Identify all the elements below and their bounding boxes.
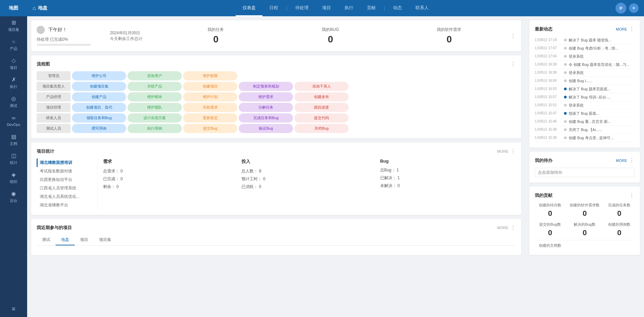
activity-time-4: 1月05日 16:36 [535, 70, 562, 75]
flow-step-dev-3[interactable]: 更新状态 [183, 113, 237, 123]
sidebar-item-org[interactable]: ◈ 组织 [0, 168, 27, 187]
flow-step-pm-1[interactable]: 创建产品 [72, 92, 126, 101]
activity-item-12: 1月05日 15:38 创建 Bug 考点变...蓝神可... [535, 134, 635, 142]
flow-step-admin-3[interactable]: 维护权限 [183, 71, 237, 80]
sidebar-item-product[interactable]: ○ 产品 [0, 35, 27, 54]
flow-step-pg-1[interactable]: 创建项目集 [72, 82, 126, 91]
flow-step-qa-3[interactable]: 提交Bug [183, 124, 237, 133]
sidebar-item-project-group[interactable]: ⊞ 项目集 [0, 16, 27, 35]
stats-project-item-2[interactable]: 兵团更换短信平台 [37, 175, 93, 184]
topnav-tab-contrib[interactable]: 贡献 [360, 0, 383, 16]
todo-menu[interactable]: ⋮ [629, 157, 635, 164]
sidebar-logo[interactable]: 地图 [0, 0, 27, 16]
sidebar-item-project[interactable]: ◇ 项目 [0, 54, 27, 73]
topnav-tab-schedule[interactable]: 日程 [262, 0, 285, 16]
flow-step-pm-5[interactable]: 创建发布 [294, 92, 349, 101]
stats-project-item-0[interactable]: 湖北继教面授培训 [37, 158, 93, 167]
stats-invest-spent: 已消耗： 0 [241, 183, 377, 191]
activity-dot-7 [564, 96, 567, 98]
topnav-brand[interactable]: ⌂ 地盘 [33, 5, 47, 11]
flow-step-pm-3[interactable]: 维护计划 [183, 92, 237, 101]
topnav-tab-project[interactable]: 项目 [315, 0, 338, 16]
activity-item-6: 1月05日 16:03 解决了 Bug 题库页面底... [535, 85, 635, 93]
docs-icon: ▤ [11, 133, 16, 140]
flow-step-dev-5[interactable]: 提交代码 [294, 113, 349, 123]
recent-projects-menu[interactable]: ⋮ [510, 224, 516, 231]
stats-icon: ◫ [11, 152, 16, 159]
project-stats-more[interactable]: MORE ⋮ [497, 148, 516, 154]
flow-step-dev-2[interactable]: 设计实现方案 [128, 113, 182, 123]
flow-step-qa-1[interactable]: 撰写用例 [72, 124, 126, 133]
flow-step-projm-5[interactable]: 跟踪进度 [294, 103, 349, 112]
stats-bug-col: Bug 总Bug： 1 已解决： 1 未解决： [380, 158, 516, 191]
welcome-stats: 我的任务 0 我的BUG 0 我的软件需求 0 [159, 27, 510, 45]
sidebar-menu-button[interactable]: ≡ [0, 301, 27, 317]
activity-text-3: 令 创建 Bug 题库首页优化：随...习... [569, 62, 635, 67]
activity-time-12: 1月05日 15:38 [535, 135, 562, 140]
flow-step-pg-5[interactable]: 添加干系人 [294, 82, 349, 91]
project-stats-card: 项目统计 MORE ⋮ 湖北继教面授培训 考试报名数据对接 [31, 143, 521, 215]
tab-project-group[interactable]: 项目集 [94, 235, 117, 245]
welcome-card-menu[interactable]: ⋮ [510, 33, 516, 39]
sidebar-label-project: 项目 [10, 65, 17, 70]
topnav-tab-activity[interactable]: 动态 [386, 0, 409, 16]
flow-step-admin-2[interactable]: 添加用户 [128, 71, 182, 80]
activity-dot-11 [564, 128, 567, 131]
stats-project-item-5[interactable]: 湖北省继教平台 [37, 201, 93, 209]
sidebar-item-test[interactable]: ◎ 测试 [0, 92, 27, 111]
flow-step-pg-4[interactable]: 制定预算和规划 [239, 82, 293, 91]
flowchart-card: 流程图 ⋮ 管理员 维护公司 添加用户 维护权限 项目集负责人 创建项目集 关联… [31, 55, 521, 138]
flow-step-qa-4[interactable]: 验证Bug [239, 124, 293, 133]
flow-step-pg-3[interactable]: 创建项目 [183, 82, 237, 91]
stats-demand-total: 总需求： 0 [103, 167, 239, 175]
flow-step-dev-4[interactable]: 完成任务和Bug [239, 113, 293, 123]
sidebar-item-devops[interactable]: ∞ DevOps [0, 111, 27, 130]
recent-projects-more[interactable]: MORE ⋮ [497, 224, 516, 231]
flow-step-pm-4[interactable]: 维护需求 [239, 92, 293, 101]
sidebar-item-stats[interactable]: ◫ 统计 [0, 149, 27, 168]
stats-invest-header: 投入 [241, 158, 377, 165]
activity-menu[interactable]: ⋮ [629, 26, 635, 32]
topnav-add-button[interactable]: + [629, 3, 639, 13]
project-stats-menu[interactable]: ⋮ [510, 148, 516, 154]
stats-project-item-4[interactable]: 湖北省人员系统优化... [37, 192, 93, 201]
tab-dashboard[interactable]: 地盘 [56, 235, 75, 245]
flow-step-qa-5[interactable]: 关闭Bug [294, 124, 349, 133]
flow-step-projm-4[interactable]: 分解任务 [239, 103, 293, 112]
flow-step-dev-1[interactable]: 领取任务和Bug [72, 113, 126, 123]
flow-step-projm-3[interactable]: 关联需求 [183, 103, 237, 112]
activity-more-btn[interactable]: MORE [616, 27, 627, 31]
todo-more-btn[interactable]: MORE [616, 158, 627, 163]
flow-step-pg-2[interactable]: 关联产品 [128, 82, 182, 91]
stats-project-item-1[interactable]: 考试报名数据对接 [37, 167, 93, 175]
topnav-tabs: 仪表盘 日程 | 待处理 项目 执行 贡献 | 动态 联系人 [56, 0, 616, 16]
sidebar-label-test: 测试 [10, 103, 17, 108]
welcome-stat-task-value: 0 [213, 34, 219, 45]
tab-test[interactable]: 测试 [37, 235, 56, 245]
sidebar-item-backend[interactable]: ◉ 后台 [0, 187, 27, 206]
flowchart-menu[interactable]: ⋮ [510, 61, 516, 67]
topnav-tab-execute[interactable]: 执行 [338, 0, 360, 16]
topnav-tab-pending[interactable]: 待处理 [289, 0, 315, 16]
flow-step-projm-1[interactable]: 创建项目、迭代 [72, 103, 126, 112]
tab-project[interactable]: 项目 [75, 235, 94, 245]
flow-step-pm-2[interactable]: 维护模块 [128, 92, 182, 101]
flow-step-admin-1[interactable]: 维护公司 [72, 71, 126, 80]
activity-item-4: 1月05日 16:36 登录系统 [535, 69, 635, 77]
activity-text-5: 创建 Bug I...... [569, 78, 635, 83]
flow-step-qa-2[interactable]: 执行用例 [128, 124, 182, 133]
sidebar-item-execute[interactable]: ✗ 执行 [0, 73, 27, 92]
topnav-tab-contact[interactable]: 联系人 [409, 0, 435, 16]
home-icon: ⌂ [33, 5, 36, 11]
sidebar-item-docs[interactable]: ▤ 文档 [0, 130, 27, 149]
stats-bug-total: 总Bug： 1 [380, 166, 516, 174]
stats-bug-header: Bug [380, 158, 516, 164]
topnav-brand-text: 地盘 [38, 5, 47, 11]
topnav-avatar[interactable]: P [616, 3, 626, 14]
topnav-tab-dashboard[interactable]: 仪表盘 [236, 0, 262, 16]
flow-step-projm-2[interactable]: 维护团队 [128, 103, 182, 112]
todo-input[interactable] [535, 168, 635, 177]
stats-project-item-3[interactable]: 江西省人员管理系统 [37, 184, 93, 192]
contrib-menu[interactable]: ⋮ [629, 192, 635, 199]
welcome-left: 下午好！ 待处理 已完成0% [37, 26, 104, 46]
